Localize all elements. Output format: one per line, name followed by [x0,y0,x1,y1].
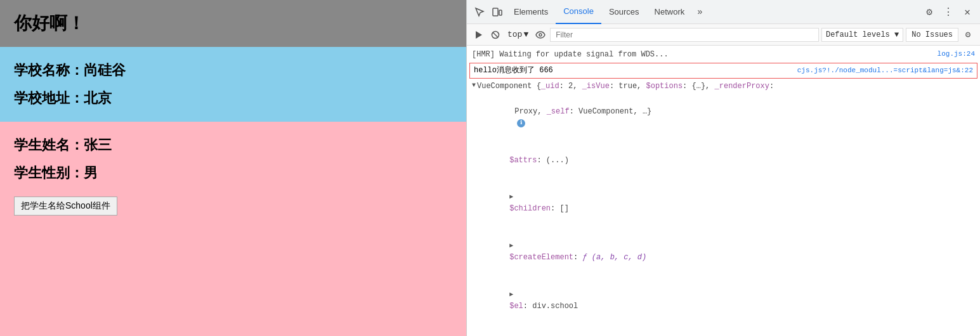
close-devtools-icon[interactable]: ✕ [958,3,976,21]
school-address-field: 学校地址：北京 [14,89,452,108]
hmr-text: [HMR] Waiting for update signal from WDS… [472,49,669,61]
children-expand-icon[interactable]: ▶ [509,193,513,200]
console-toolbar: top ▼ Default levels ▼ No Issues ⚙ [467,24,980,46]
createelement-line: ▶ $createElement: ƒ (a, b, c, d) [467,228,980,276]
svg-rect-1 [499,10,502,15]
vue-component-expand-icon[interactable]: ▼ [472,81,476,91]
cursor-icon[interactable] [471,3,488,21]
more-options-icon[interactable]: ⋮ [939,3,957,21]
student-section: 学生姓名：张三 学生性别：男 把学生名给School组件 [0,122,466,336]
info-icon: ℹ [517,119,525,127]
svg-point-5 [539,34,542,36]
filter-input[interactable] [550,28,819,42]
hello-message-text: hello消息收到了 666 [474,65,553,77]
school-section: 学校名称：尚硅谷 学校地址：北京 [0,47,466,122]
tab-elements[interactable]: Elements [506,0,556,24]
hmr-source-link[interactable]: log.js:24 [938,49,975,60]
hello-source-link[interactable]: cjs.js?!./node_modul...=script&lang=js&:… [797,65,973,77]
vue-component-continued: Proxy, _self: VueComponent, …} ℹ [467,94,980,143]
devtools-panel: Elements Console Sources Network » ⚙ ⋮ ✕ [466,0,980,336]
default-levels-dropdown[interactable]: Default levels ▼ [821,28,903,42]
svg-line-4 [493,32,498,37]
el-expand-icon[interactable]: ▶ [509,291,513,298]
tab-sources[interactable]: Sources [601,0,647,24]
hmr-log-line: [HMR] Waiting for update signal from WDS… [467,48,980,61]
clear-console-icon[interactable] [488,28,502,42]
tabs-more-button[interactable]: » [692,7,707,17]
devtools-tabs-list: Elements Console Sources Network » [506,0,920,24]
attrs-line: $attrs: (...) [467,142,980,179]
device-toolbar-icon[interactable] [488,3,506,21]
svg-rect-0 [493,8,498,16]
devtools-tab-bar: Elements Console Sources Network » ⚙ ⋮ ✕ [467,0,980,24]
left-panel: 你好啊！ 学校名称：尚硅谷 学校地址：北京 学生姓名：张三 学生性别：男 把学生… [0,0,466,336]
el-line: ▶ $el: div.school [467,276,980,325]
no-issues-badge: No Issues [906,28,958,42]
console-output: [HMR] Waiting for update signal from WDS… [467,46,980,336]
tab-network[interactable]: Network [647,0,693,24]
school-name-field: 学校名称：尚硅谷 [14,61,452,80]
app-greeting: 你好啊！ [0,0,466,47]
vue-component-line: ▼ VueComponent {_uid: 2, _isVue: true, $… [467,80,980,93]
hello-log-line: hello消息收到了 666 cjs.js?!./node_modul...=s… [469,63,977,79]
devtools-top-right-icons: ⚙ ⋮ ✕ [920,3,976,21]
createelement-expand-icon[interactable]: ▶ [509,242,513,249]
svg-marker-2 [476,31,482,39]
context-label: top [507,30,522,39]
settings-icon[interactable]: ⚙ [920,3,938,21]
context-dropdown-arrow: ▼ [523,30,528,39]
vue-component-text: VueComponent {_uid: 2, _isVue: true, $op… [477,81,774,93]
console-settings-icon[interactable]: ⚙ [961,28,975,42]
tab-console[interactable]: Console [556,0,601,24]
send-to-school-button[interactable]: 把学生名给School组件 [14,197,117,216]
context-dropdown[interactable]: top ▼ [505,29,531,41]
live-expression-icon[interactable] [533,28,547,42]
student-gender-field: 学生性别：男 [14,164,452,183]
listeners-line: $listeners: (...) [467,325,980,336]
children-line: ▶ $children: [] [467,179,980,228]
student-name-field: 学生姓名：张三 [14,136,452,155]
run-script-icon[interactable] [472,28,486,42]
default-levels-label: Default levels ▼ [826,30,899,39]
